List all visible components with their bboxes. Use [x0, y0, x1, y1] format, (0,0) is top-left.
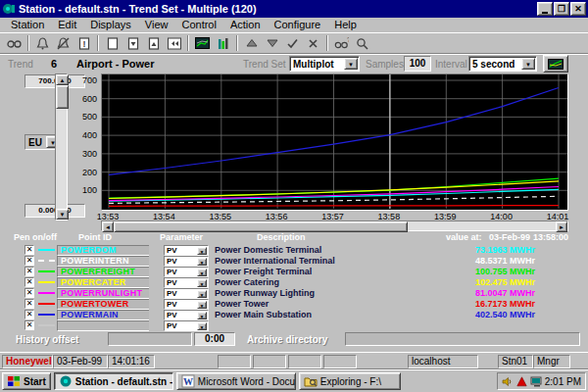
parameter-select[interactable]: PV▼: [164, 245, 209, 256]
status-cell-empty: [218, 355, 251, 368]
parameter-value: PV: [165, 321, 197, 330]
alarm-bell-icon[interactable]: [32, 34, 53, 52]
samples-field[interactable]: 100: [404, 56, 431, 72]
history-offset-field[interactable]: [108, 332, 192, 346]
tray-display-icon[interactable]: [530, 376, 542, 387]
find-icon[interactable]: [4, 34, 24, 52]
menu-edit[interactable]: Edit: [51, 19, 83, 30]
status-cell-empty: [253, 355, 286, 368]
chevron-down-icon[interactable]: ▼: [521, 58, 535, 70]
menu-station[interactable]: Station: [4, 19, 51, 30]
bar-chart-icon[interactable]: [213, 34, 233, 52]
point-id-field[interactable]: [57, 320, 149, 331]
table-row: ✕POWERMAIN PV▼ Power Main Substation 402…: [0, 310, 588, 320]
menu-configure[interactable]: Configure: [268, 19, 328, 30]
page-up-icon[interactable]: [143, 34, 164, 52]
menu-view[interactable]: View: [138, 19, 175, 30]
cancel-icon[interactable]: [303, 34, 323, 52]
pen-color-sample: [38, 303, 55, 305]
restore-button[interactable]: ❐: [554, 2, 569, 16]
pen-checkbox[interactable]: ✕: [24, 288, 34, 298]
history-offset-value[interactable]: 0:00: [194, 332, 235, 346]
close-button[interactable]: ✕: [570, 2, 586, 16]
horizontal-scrollbar[interactable]: ◄ ►: [101, 220, 568, 231]
point-value: 73.1963 MWHr: [441, 245, 535, 256]
raise-icon[interactable]: [241, 34, 262, 52]
pen-checkbox[interactable]: ✕: [24, 320, 34, 330]
page-icon[interactable]: [102, 34, 122, 52]
status-station: Stn01: [498, 355, 533, 368]
pen-checkbox[interactable]: ✕: [24, 277, 34, 287]
toolbar-separator: [27, 35, 29, 51]
start-label: Start: [24, 376, 46, 387]
point-value: 402.540 MWHr: [441, 310, 535, 320]
y-axis-labels: 100200300400500600700: [67, 74, 99, 211]
point-id: POWERRUNLIGHT: [61, 288, 142, 299]
pen-checkbox[interactable]: ✕: [24, 245, 34, 255]
trend-header: Trend 6 Airport - Power Trend Set Multip…: [0, 53, 588, 74]
parameter-value: PV: [165, 289, 197, 298]
page-down-icon[interactable]: [122, 34, 143, 52]
pen-checkbox[interactable]: ✕: [24, 310, 34, 319]
lower-icon[interactable]: [262, 34, 282, 52]
task-exploring[interactable]: Exploring - F:\: [299, 372, 401, 390]
trend-display-icon[interactable]: [192, 34, 213, 52]
pen-checkbox[interactable]: ✕: [24, 267, 34, 276]
interval-select[interactable]: 5 second ▼: [468, 56, 537, 72]
trend-set-select[interactable]: Multiplot ▼: [289, 56, 360, 72]
task-word[interactable]: W Microsoft Word - Document...: [176, 372, 296, 390]
chevron-down-icon[interactable]: ▼: [197, 279, 207, 287]
start-button[interactable]: Start: [2, 372, 51, 390]
parameter-select[interactable]: PV▼: [164, 277, 209, 288]
rewind-icon[interactable]: [164, 34, 184, 52]
table-row: ✕POWERRUNLIGHT PV▼ Power Runway Lighting…: [0, 288, 588, 299]
alarm-page-icon[interactable]: !: [74, 34, 94, 52]
header-value-time: 13:58:00: [533, 232, 568, 242]
trend-plot[interactable]: [101, 74, 568, 211]
taskbar-clock[interactable]: 2:01 PM: [545, 376, 581, 387]
alarm-silence-icon[interactable]: [53, 34, 74, 52]
system-tray: 2:01 PM: [497, 372, 586, 390]
title-bar: Station - default.stn - Trend Set - Mult…: [0, 0, 588, 18]
chevron-down-icon[interactable]: ▼: [197, 290, 207, 298]
archive-directory-field[interactable]: [345, 332, 580, 346]
task-station[interactable]: Station - default.stn -...: [54, 372, 173, 390]
trend-label: Trend: [8, 59, 33, 70]
speaker-icon[interactable]: [502, 376, 514, 387]
menu-control[interactable]: Control: [174, 19, 222, 30]
menu-action[interactable]: Action: [223, 19, 268, 30]
ack-glasses-icon[interactable]: ?: [331, 34, 352, 52]
parameter-value: PV: [165, 246, 197, 255]
menu-displays[interactable]: Displays: [83, 19, 138, 30]
chevron-down-icon[interactable]: ▼: [197, 247, 207, 255]
pen-checkbox[interactable]: ✕: [24, 256, 34, 266]
trend-popup-button[interactable]: [543, 55, 568, 73]
parameter-select[interactable]: PV▼: [164, 299, 209, 310]
parameter-select[interactable]: PV▼: [164, 320, 209, 331]
parameter-select[interactable]: PV▼: [164, 288, 209, 299]
chevron-down-icon[interactable]: ▼: [197, 322, 207, 330]
point-description: Power Catering: [215, 277, 279, 288]
chevron-down-icon[interactable]: ▼: [197, 269, 207, 276]
parameter-select[interactable]: PV▼: [164, 267, 209, 277]
pen-checkbox[interactable]: ✕: [24, 299, 34, 309]
point-description: Power Runway Lighting: [215, 288, 315, 299]
pen-color-sample: [38, 292, 55, 294]
minimize-button[interactable]: [537, 2, 553, 16]
station-app-icon: [2, 3, 16, 15]
windows-logo-icon: [7, 375, 21, 387]
chevron-down-icon[interactable]: ▼: [344, 58, 358, 70]
zoom-icon[interactable]: [352, 34, 372, 52]
point-id: POWERMAIN: [61, 310, 119, 320]
parameter-select[interactable]: PV▼: [164, 256, 209, 267]
menu-help[interactable]: Help: [327, 19, 364, 30]
tray-alert-icon[interactable]: [516, 376, 527, 387]
eu-value: EU: [25, 137, 46, 148]
accept-icon[interactable]: [282, 34, 303, 52]
chevron-down-icon[interactable]: ▼: [197, 258, 207, 266]
chevron-down-icon[interactable]: ▼: [197, 312, 207, 319]
parameter-value: PV: [165, 257, 197, 266]
chevron-down-icon[interactable]: ▼: [197, 301, 207, 309]
parameter-select[interactable]: PV▼: [164, 310, 209, 320]
parameter-value: PV: [165, 300, 197, 309]
